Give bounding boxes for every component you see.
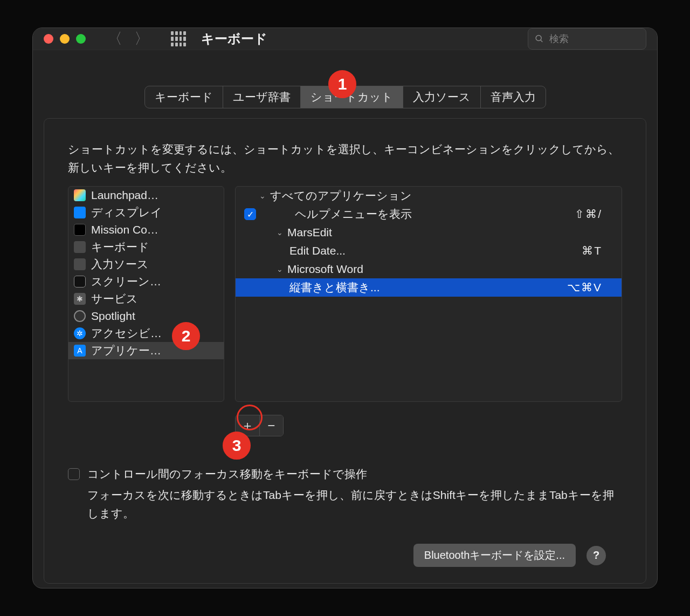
sidebar-item-label: Launchpad… bbox=[91, 189, 158, 202]
chevron-down-icon: ⌄ bbox=[277, 265, 283, 273]
svg-point-0 bbox=[536, 36, 541, 41]
zoom-window-button[interactable] bbox=[76, 34, 86, 44]
sidebar-item-0[interactable]: Launchpad… bbox=[68, 187, 224, 204]
tab-0[interactable]: キーボード bbox=[145, 86, 223, 108]
tab-1[interactable]: ユーザ辞書 bbox=[223, 86, 301, 108]
remove-shortcut-button[interactable]: − bbox=[259, 415, 284, 436]
window-controls bbox=[44, 34, 86, 44]
shortcut-item[interactable]: Edit Date...⌘T bbox=[236, 242, 622, 260]
preferences-window: 1 2 3 〈 〉 キーボード キーボードユーザ辞書ショートカット入力ソース音声… bbox=[32, 28, 658, 588]
accessibility-icon: ✲ bbox=[74, 327, 86, 339]
shortcut-item[interactable]: 縦書きと横書き...⌥⌘V bbox=[236, 278, 622, 297]
shortcut-label: ヘルプメニューを表示 bbox=[295, 207, 575, 222]
back-button[interactable]: 〈 bbox=[107, 29, 122, 49]
help-button[interactable]: ? bbox=[586, 546, 606, 565]
annotation-badge-2: 2 bbox=[172, 322, 200, 350]
spotlight-icon bbox=[74, 310, 86, 322]
titlebar: 〈 〉 キーボード bbox=[33, 28, 657, 50]
annotation-badge-1: 1 bbox=[328, 70, 356, 98]
show-all-icon[interactable] bbox=[171, 31, 186, 46]
sidebar-item-6[interactable]: ✱サービス bbox=[68, 290, 224, 307]
shortcut-item[interactable]: ✓ヘルプメニューを表示⇧⌘/ bbox=[236, 205, 622, 223]
display-icon bbox=[74, 207, 86, 218]
sidebar-item-4[interactable]: 入力ソース bbox=[68, 256, 224, 273]
shortcut-group-label: すべてのアプリケーション bbox=[270, 188, 613, 203]
search-input[interactable] bbox=[549, 33, 639, 45]
shortcut-group-1[interactable]: ⌄MarsEdit bbox=[236, 223, 622, 242]
input-source-icon bbox=[74, 258, 86, 270]
sidebar-item-8[interactable]: ✲アクセシビ… bbox=[68, 325, 224, 342]
sidebar-item-label: キーボード bbox=[91, 239, 149, 255]
sidebar-item-label: Spotlight bbox=[91, 310, 135, 323]
sidebar-item-5[interactable]: スクリーン… bbox=[68, 273, 224, 290]
annotation-ring-3 bbox=[237, 405, 263, 430]
forward-button[interactable]: 〉 bbox=[134, 29, 149, 49]
mission-control-icon bbox=[74, 224, 86, 236]
sidebar-item-2[interactable]: Mission Co… bbox=[68, 221, 224, 238]
sidebar-item-label: アクセシビ… bbox=[91, 326, 162, 341]
sidebar-item-label: 入力ソース bbox=[91, 257, 149, 272]
close-window-button[interactable] bbox=[44, 34, 53, 44]
tab-3[interactable]: 入力ソース bbox=[403, 86, 481, 108]
sidebar-item-3[interactable]: キーボード bbox=[68, 238, 224, 256]
shortcut-group-label: MarsEdit bbox=[287, 226, 613, 239]
launchpad-icon bbox=[74, 189, 86, 201]
chevron-down-icon: ⌄ bbox=[277, 228, 283, 237]
shortcut-group-2[interactable]: ⌄Microsoft Word bbox=[236, 260, 622, 278]
shortcut-label: Edit Date... bbox=[289, 244, 582, 257]
shortcut-keys: ⇧⌘/ bbox=[575, 208, 602, 221]
shortcut-label: 縦書きと横書き... bbox=[289, 280, 567, 295]
annotation-badge-3: 3 bbox=[223, 432, 251, 460]
nav-arrows: 〈 〉 bbox=[107, 29, 149, 49]
svg-line-1 bbox=[541, 40, 543, 42]
screenshot-icon bbox=[74, 276, 86, 288]
sidebar-item-label: スクリーン… bbox=[91, 274, 161, 289]
applications-icon: A bbox=[74, 345, 86, 357]
sidebar-item-label: サービス bbox=[91, 291, 138, 306]
search-icon bbox=[535, 33, 544, 44]
minimize-window-button[interactable] bbox=[60, 34, 70, 44]
services-icon: ✱ bbox=[74, 293, 86, 305]
sidebar-item-7[interactable]: Spotlight bbox=[68, 307, 224, 325]
shortcut-list[interactable]: ⌄すべてのアプリケーション✓ヘルプメニューを表示⇧⌘/⌄MarsEditEdit… bbox=[235, 186, 622, 402]
chevron-down-icon: ⌄ bbox=[259, 191, 266, 200]
keyboard-focus-label: コントロール間のフォーカス移動をキーボードで操作 bbox=[87, 467, 367, 482]
instruction-text: ショートカットを変更するには、ショートカットを選択し、キーコンビネーションをクリ… bbox=[68, 140, 622, 176]
tab-4[interactable]: 音声入力 bbox=[481, 86, 546, 108]
keyboard-focus-checkbox[interactable] bbox=[68, 468, 80, 480]
bluetooth-keyboard-button[interactable]: Bluetoothキーボードを設定... bbox=[413, 544, 576, 567]
shortcuts-panel: ショートカットを変更するには、ショートカットを選択し、キーコンビネーションをクリ… bbox=[44, 118, 646, 584]
sidebar-item-label: Mission Co… bbox=[91, 223, 158, 236]
sidebar-item-label: アプリケー… bbox=[91, 343, 161, 358]
shortcut-checkbox[interactable]: ✓ bbox=[244, 208, 256, 220]
content: キーボードユーザ辞書ショートカット入力ソース音声入力 ショートカットを変更するに… bbox=[33, 50, 657, 588]
keyboard-focus-help: フォーカスを次に移動するときはTabキーを押し、前に戻すときはShiftキーを押… bbox=[87, 486, 622, 522]
keyboard-icon bbox=[74, 241, 86, 253]
window-title: キーボード bbox=[201, 30, 267, 47]
shortcut-group-label: Microsoft Word bbox=[287, 263, 613, 276]
category-sidebar[interactable]: Launchpad…ディスプレイMission Co…キーボード入力ソーススクリ… bbox=[68, 186, 224, 402]
shortcut-keys: ⌘T bbox=[582, 244, 602, 257]
sidebar-item-1[interactable]: ディスプレイ bbox=[68, 204, 224, 221]
shortcut-keys: ⌥⌘V bbox=[567, 281, 602, 294]
sidebar-item-label: ディスプレイ bbox=[91, 205, 162, 220]
sidebar-item-9[interactable]: Aアプリケー… bbox=[68, 342, 224, 359]
shortcut-group-0[interactable]: ⌄すべてのアプリケーション bbox=[236, 187, 622, 205]
search-field[interactable] bbox=[528, 28, 646, 50]
